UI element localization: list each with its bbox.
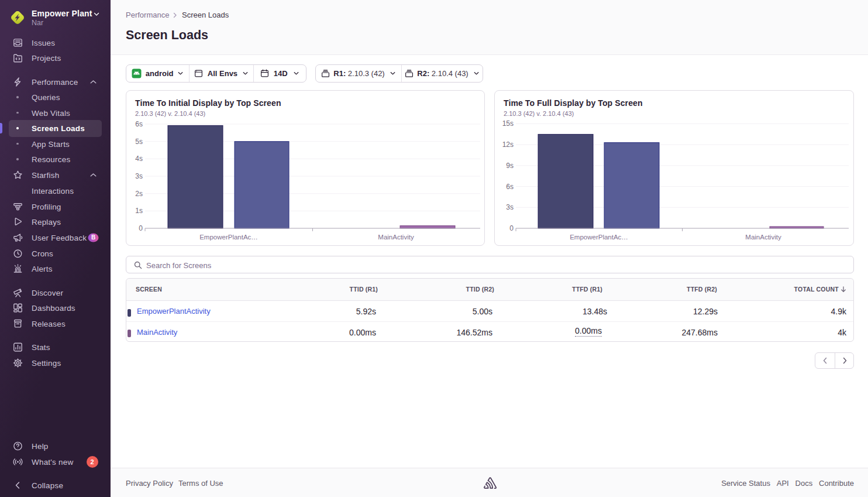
svg-text:6s: 6s — [135, 120, 143, 128]
svg-text:2s: 2s — [135, 190, 143, 198]
svg-text:5s: 5s — [135, 138, 143, 146]
svg-text:12s: 12s — [502, 140, 514, 149]
svg-text:EmpowerPlantAc…: EmpowerPlantAc… — [570, 234, 628, 241]
svg-text:6s: 6s — [506, 183, 514, 191]
svg-text:4s: 4s — [135, 155, 143, 163]
svg-text:MainActivity: MainActivity — [745, 234, 781, 241]
svg-text:MainActivity: MainActivity — [378, 234, 414, 241]
svg-text:0: 0 — [139, 224, 143, 232]
svg-text:EmpowerPlantAc…: EmpowerPlantAc… — [199, 234, 258, 241]
svg-text:1s: 1s — [135, 207, 143, 215]
svg-text:9s: 9s — [506, 162, 514, 170]
svg-text:0: 0 — [509, 224, 514, 232]
svg-text:B: B — [91, 234, 95, 241]
svg-text:15s: 15s — [502, 119, 514, 128]
svg-text:3s: 3s — [506, 203, 514, 211]
svg-text:3s: 3s — [135, 172, 143, 180]
